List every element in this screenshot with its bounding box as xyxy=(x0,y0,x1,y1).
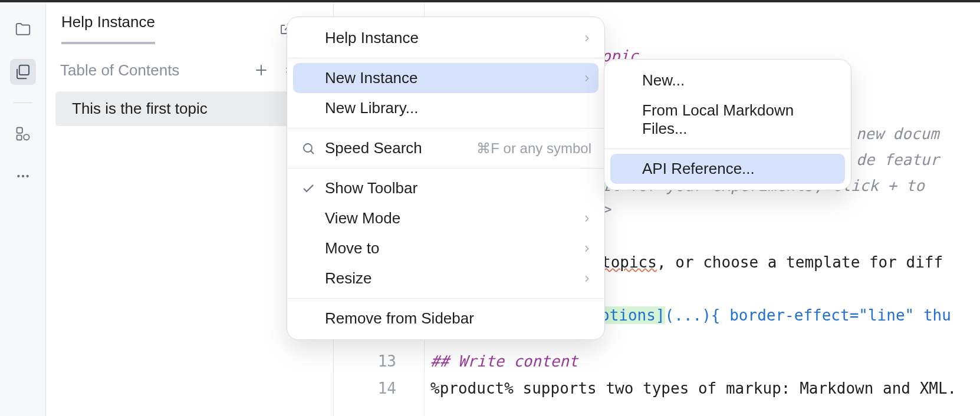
rail-folder-button[interactable] xyxy=(10,16,36,42)
code-fragment-link-url: (...) xyxy=(665,306,711,324)
submenu-item-3[interactable]: API Reference... xyxy=(610,154,845,184)
context-menu-item-2[interactable]: New Instance xyxy=(293,63,598,93)
code-line-13: ## Write content xyxy=(430,352,578,370)
rail-more-button[interactable] xyxy=(10,163,36,189)
menu-item-label: New Library... xyxy=(325,99,591,117)
menu-item-label: Help Instance xyxy=(325,29,574,47)
sidebar-tab-label[interactable]: Help Instance xyxy=(61,13,155,44)
context-menu-item-5[interactable]: Speed Search⌘F or any symbol xyxy=(287,133,604,163)
context-menu-item-12[interactable]: Remove from Sidebar xyxy=(287,303,604,334)
menu-item-label: New... xyxy=(642,71,838,90)
menu-separator xyxy=(287,58,604,58)
context-menu-item-3[interactable]: New Library... xyxy=(287,93,604,123)
code-fragment-link-attrs: { border-effect="line" thu xyxy=(711,306,951,324)
folder-icon xyxy=(14,21,32,38)
context-menu-item-10[interactable]: Resize xyxy=(287,263,604,293)
menu-separator xyxy=(604,148,851,149)
chevron-right-icon xyxy=(582,244,591,253)
menu-item-label: From Local Markdown Files... xyxy=(642,101,838,138)
svg-rect-1 xyxy=(17,128,22,133)
svg-rect-3 xyxy=(17,135,21,140)
menu-separator xyxy=(287,128,604,128)
ellipsis-icon xyxy=(15,169,31,184)
toc-title: Table of Contents xyxy=(60,61,245,80)
menu-item-label: New Instance xyxy=(325,69,574,87)
context-menu-item-7[interactable]: Show Toolbar xyxy=(287,173,604,203)
context-menu: Help InstanceNew InstanceNew Library...S… xyxy=(287,16,605,340)
code-fragment-topics: topics xyxy=(601,253,657,271)
chevron-right-icon xyxy=(582,34,591,43)
menu-item-label: Move to xyxy=(325,239,574,257)
menu-item-shortcut: ⌘F or any symbol xyxy=(476,140,591,157)
code-line-14: %product% supports two types of markup: … xyxy=(425,379,956,397)
rail-instances-button[interactable] xyxy=(10,59,36,85)
submenu-item-0[interactable]: New... xyxy=(604,65,851,95)
menu-item-label: Speed Search xyxy=(325,139,468,157)
context-menu-item-8[interactable]: View Mode xyxy=(287,203,604,233)
toc-add-button[interactable] xyxy=(251,60,272,81)
svg-point-6 xyxy=(26,175,28,177)
svg-rect-0 xyxy=(19,65,28,75)
menu-item-label: Show Toolbar xyxy=(325,179,591,197)
code-fragment-comment1b: de featur xyxy=(856,151,939,169)
line-number-14: 14 xyxy=(334,379,425,397)
menu-item-label: View Mode xyxy=(325,209,574,227)
menu-item-label: API Reference... xyxy=(642,160,838,178)
menu-item-label: Resize xyxy=(325,269,574,288)
context-submenu: New...From Local Markdown Files...API Re… xyxy=(604,59,851,190)
rail-structure-button[interactable] xyxy=(10,121,36,147)
search-icon xyxy=(300,141,317,156)
context-menu-item-9[interactable]: Move to xyxy=(287,233,604,263)
plus-icon xyxy=(254,62,269,78)
tool-rail xyxy=(0,2,46,416)
code-fragment-comment1a: new docum xyxy=(847,125,939,143)
context-menu-item-0[interactable]: Help Instance xyxy=(287,23,604,53)
check-icon xyxy=(300,181,317,196)
chevron-right-icon xyxy=(582,214,591,223)
rail-divider xyxy=(14,103,32,103)
chevron-right-icon xyxy=(582,74,591,83)
svg-point-5 xyxy=(21,175,24,177)
menu-item-label: Remove from Sidebar xyxy=(325,309,591,328)
chevron-right-icon xyxy=(582,274,591,283)
svg-point-10 xyxy=(304,144,312,152)
documents-icon xyxy=(14,63,32,81)
menu-separator xyxy=(287,168,604,169)
toc-item[interactable]: This is the first topic xyxy=(55,91,324,126)
submenu-item-1[interactable]: From Local Markdown Files... xyxy=(604,95,851,144)
svg-point-4 xyxy=(17,175,19,177)
line-number-13: 13 xyxy=(334,352,425,370)
menu-separator xyxy=(287,298,604,299)
svg-point-2 xyxy=(24,134,29,140)
code-fragment-link-text: otions] xyxy=(600,306,665,324)
code-fragment-topics-plain: , or choose a template for diff xyxy=(657,253,943,271)
shapes-icon xyxy=(15,126,31,142)
